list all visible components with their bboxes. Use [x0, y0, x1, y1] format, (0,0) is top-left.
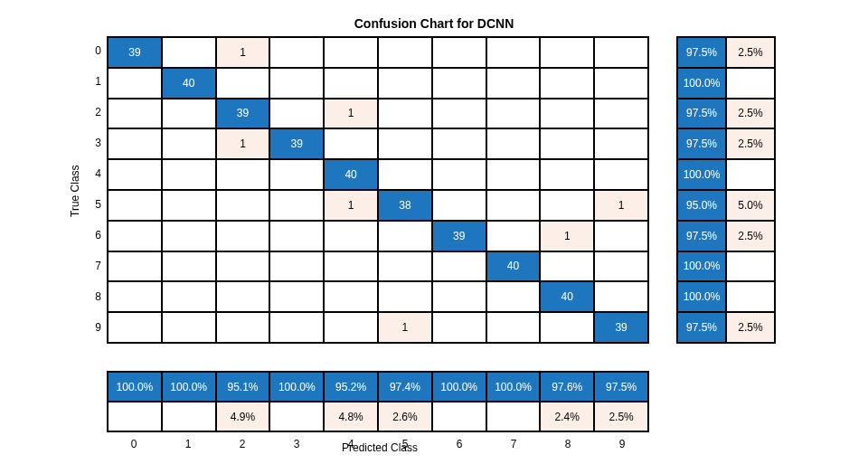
y-tick: 2: [87, 106, 101, 118]
matrix-cell: [216, 281, 270, 312]
chart-title: Confusion Chart for DCNN: [0, 16, 868, 31]
matrix-cell: [162, 190, 216, 221]
col-summary-cell: [269, 402, 324, 431]
col-summary-cell: 97.6%: [540, 372, 594, 402]
matrix-cell: [540, 159, 594, 190]
y-tick: 6: [87, 229, 101, 241]
matrix-cell: [378, 128, 432, 159]
row-summary-cell: 2.5%: [726, 221, 775, 251]
row-summary-cell: [726, 281, 775, 312]
matrix-cell: [216, 221, 270, 251]
col-summary-cell: 95.2%: [324, 372, 378, 402]
confusion-chart: Confusion Chart for DCNN True Class Pred…: [0, 0, 868, 464]
matrix-cell: [216, 190, 270, 221]
col-summary-cell: [162, 402, 216, 431]
y-tick: 1: [87, 75, 101, 88]
matrix-cell: [108, 68, 162, 99]
row-summary-cell: 100.0%: [677, 281, 726, 312]
col-summary-cell: 2.6%: [378, 402, 432, 431]
matrix-cell: [108, 251, 162, 282]
row-summary-cell: 5.0%: [726, 190, 775, 221]
col-summary-cell: [108, 402, 162, 431]
y-tick: 0: [87, 44, 101, 57]
y-tick: 3: [87, 137, 101, 149]
col-summary: 100.0%100.0%95.1%100.0%95.2%97.4%100.0%1…: [107, 371, 649, 432]
x-tick: 6: [432, 438, 486, 450]
matrix-cell: [324, 128, 378, 159]
col-summary-cell: 100.0%: [486, 372, 541, 402]
matrix-cell: [432, 159, 486, 190]
matrix-cell: [594, 221, 648, 251]
matrix-cell: [108, 159, 162, 190]
matrix-cell: [108, 221, 162, 251]
matrix-cell: [269, 159, 324, 190]
col-summary-cell: 2.5%: [594, 402, 648, 431]
col-summary-cell: 100.0%: [162, 372, 216, 402]
matrix-cell: 40: [324, 159, 378, 190]
matrix-cell: [216, 159, 270, 190]
matrix-cell: [162, 37, 216, 68]
y-tick: 9: [87, 321, 101, 334]
matrix-cell: [594, 128, 648, 159]
matrix-cell: [432, 99, 486, 129]
matrix-cell: [432, 251, 486, 282]
matrix-cell: [486, 128, 541, 159]
row-summary-cell: 95.0%: [677, 190, 726, 221]
matrix-cell: [162, 281, 216, 312]
matrix-cell: [486, 68, 541, 99]
matrix-cell: [432, 190, 486, 221]
matrix-cell: 1: [594, 190, 648, 221]
matrix-cell: [540, 128, 594, 159]
col-summary-cell: [486, 402, 541, 431]
x-tick: 2: [215, 438, 269, 450]
matrix-cell: [162, 99, 216, 129]
matrix-cell: [432, 281, 486, 312]
matrix-cell: [162, 251, 216, 282]
x-tick: 7: [486, 438, 541, 450]
matrix-cell: [269, 281, 324, 312]
x-tick: 1: [161, 438, 215, 450]
matrix-cell: 39: [108, 37, 162, 68]
matrix-cell: 1: [216, 128, 270, 159]
y-axis-label: True Class: [69, 165, 81, 217]
matrix-cell: [378, 159, 432, 190]
matrix-cell: [594, 251, 648, 282]
matrix-cell: [486, 312, 541, 343]
matrix-cell: [540, 312, 594, 343]
matrix-cell: [108, 99, 162, 129]
y-tick: 7: [87, 260, 101, 272]
matrix-cell: [269, 312, 324, 343]
row-summary-cell: 100.0%: [677, 159, 726, 190]
row-summary-cell: 100.0%: [677, 68, 726, 99]
matrix-cell: [594, 159, 648, 190]
matrix-cell: 40: [486, 251, 541, 282]
matrix-cell: [432, 312, 486, 343]
matrix-cell: [378, 99, 432, 129]
matrix-cell: 1: [378, 312, 432, 343]
matrix-cell: [324, 37, 378, 68]
matrix-cell: [269, 251, 324, 282]
matrix-cell: [540, 251, 594, 282]
matrix-cell: [378, 251, 432, 282]
row-summary-cell: 97.5%: [677, 221, 726, 251]
matrix-cell: [269, 190, 324, 221]
col-summary-cell: 4.8%: [324, 402, 378, 431]
matrix-cell: 1: [540, 221, 594, 251]
row-summary: 97.5%2.5%100.0%97.5%2.5%97.5%2.5%100.0%9…: [676, 36, 776, 344]
matrix-cell: [486, 190, 541, 221]
matrix-cell: [269, 99, 324, 129]
matrix-cell: [486, 221, 541, 251]
row-summary-cell: [726, 68, 775, 99]
matrix-cell: 1: [216, 37, 270, 68]
row-summary-cell: 2.5%: [726, 37, 775, 68]
row-summary-cell: 2.5%: [726, 312, 775, 343]
matrix-cell: [269, 68, 324, 99]
matrix-cell: [324, 221, 378, 251]
matrix-cell: [162, 221, 216, 251]
matrix-cell: [540, 99, 594, 129]
matrix-cell: [594, 281, 648, 312]
col-summary-cell: 4.9%: [216, 402, 270, 431]
matrix-cell: [540, 190, 594, 221]
row-summary-cell: [726, 159, 775, 190]
col-summary-cell: [432, 402, 486, 431]
